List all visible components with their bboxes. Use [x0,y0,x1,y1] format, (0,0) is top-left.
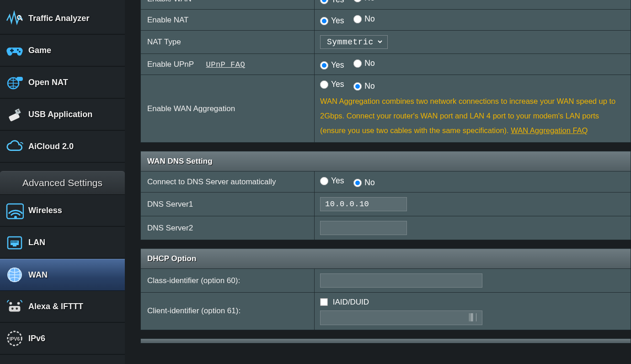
svg-point-19 [11,307,14,310]
label-dns1: DNS Server1 [141,193,315,216]
assistant-icon [5,297,24,316]
row-dns1: DNS Server1 [141,193,631,216]
section-dhcp-option: DHCP Option [141,249,631,269]
radio-enable-wan-no[interactable]: No [353,0,374,3]
radio-dns-auto-yes[interactable]: Yes [320,176,344,186]
sidebar-item-open-nat[interactable]: Open NAT [0,67,125,99]
analyzer-icon [5,9,24,27]
svg-point-17 [17,302,20,305]
sidebar-item-label: USB Application [28,110,92,119]
label-enable-nat: Enable NAT [141,10,315,31]
hint-wan-aggregation: WAN Aggregation combines two network con… [320,94,625,138]
link-wan-aggregation-faq[interactable]: WAN Aggregation FAQ [511,126,588,134]
sidebar-item-wireless[interactable]: Wireless [0,195,125,227]
radio-enable-nat-no[interactable]: No [353,14,374,24]
row-option61: Client-identifier (option 61): IAID/DUID… [141,293,631,330]
sidebar-item-lan[interactable]: LAN [0,227,125,259]
row-dns-auto: Connect to DNS Server automatically Yes … [141,171,631,193]
label-nat-type: NAT Type [141,31,315,54]
radio-wan-agg-no[interactable]: No [353,81,374,91]
label-wan-aggregation: Enable WAN Aggregation [141,75,315,143]
sidebar-item-game[interactable]: Game [0,35,125,67]
row-enable-upnp: Enable UPnP UPnP FAQ Yes No [141,54,631,75]
row-enable-nat: Enable NAT Yes No [141,10,631,31]
main-content: Enable WAN Yes No Enable NAT Yes No NAT … [125,0,631,364]
select-nat-type-value: Symmetric [327,37,374,47]
sidebar-item-label: Wireless [28,206,62,215]
radio-dns-auto-no[interactable]: No [353,178,374,187]
label-enable-upnp: Enable UPnP [147,60,194,69]
label-iaid-duid: IAID/DUID [333,298,369,306]
sidebar: Traffic Analyzer Game Open NAT USB Appli… [0,0,125,364]
radio-enable-wan-yes[interactable]: Yes [320,0,344,5]
label-option61: Client-identifier (option 61): [141,293,315,330]
svg-point-5 [19,51,21,53]
cloud-icon [5,137,24,155]
sidebar-item-aicloud[interactable]: AiCloud 2.0 [0,131,125,163]
section-next [141,338,631,343]
label-enable-wan: Enable WAN [141,0,315,10]
wan-settings-table: Enable WAN Yes No Enable NAT Yes No NAT … [140,0,631,143]
svg-point-4 [17,49,19,51]
sidebar-section-advanced: Advanced Settings [0,171,125,195]
section-wan-dns: WAN DNS Setting [141,151,631,171]
sidebar-item-label: Game [28,46,51,55]
barcode-icon: ║▌│ [468,313,477,321]
link-upnp-faq[interactable]: UPnP FAQ [206,60,246,69]
radio-enable-upnp-yes[interactable]: Yes [320,60,344,70]
lan-port-icon [5,233,24,252]
sidebar-item-label: AiCloud 2.0 [28,142,74,151]
dns-settings-table: WAN DNS Setting Connect to DNS Server au… [140,151,631,240]
svg-text:IPV6: IPV6 [10,337,20,342]
sidebar-item-label: Open NAT [28,78,68,87]
select-nat-type[interactable]: Symmetric [320,35,388,49]
sidebar-item-usb-application[interactable]: USB Application [0,99,125,131]
input-dns2[interactable] [320,221,407,235]
sidebar-item-traffic-analyzer[interactable]: Traffic Analyzer [0,3,125,35]
row-enable-wan-aggregation: Enable WAN Aggregation Yes No WAN Aggreg… [141,75,631,143]
svg-point-16 [10,302,12,305]
sidebar-item-alexa-ifttt[interactable]: Alexa & IFTTT [0,291,125,323]
row-dns2: DNS Server2 [141,216,631,240]
input-option61[interactable]: ║▌│ [320,310,482,325]
label-dns-auto: Connect to DNS Server automatically [141,171,315,193]
input-dns1[interactable] [320,197,407,211]
row-enable-wan: Enable WAN Yes No [141,0,631,10]
globe-icon [5,266,24,284]
chevron-down-icon [377,37,383,47]
label-option60: Class-identifier (option 60): [141,269,315,293]
label-dns2: DNS Server2 [141,216,315,240]
svg-rect-18 [9,306,21,311]
sidebar-item-label: WAN [28,270,48,280]
gamepad-icon [5,41,24,59]
radio-enable-upnp-no[interactable]: No [353,59,374,68]
wifi-icon [5,201,24,219]
svg-rect-3 [11,49,13,53]
row-nat-type: NAT Type Symmetric [141,31,631,54]
sidebar-item-label: Traffic Analyzer [28,14,89,23]
sidebar-item-label: IPv6 [28,334,45,343]
svg-rect-7 [16,77,23,81]
usb-icon [5,105,24,123]
checkbox-iaid-duid[interactable] [320,298,328,306]
dhcp-option-table: DHCP Option Class-identifier (option 60)… [140,248,631,330]
input-option60[interactable] [320,273,482,288]
globe-gamepad-icon [5,73,24,91]
sidebar-item-ipv6[interactable]: IPV6 IPv6 [0,323,125,355]
sidebar-item-label: LAN [28,238,45,247]
sidebar-item-wan[interactable]: WAN [0,259,125,291]
svg-point-20 [16,307,18,310]
radio-wan-agg-yes[interactable]: Yes [320,80,344,89]
radio-enable-nat-yes[interactable]: Yes [320,16,344,26]
ipv6-icon: IPV6 [5,329,24,348]
row-option60: Class-identifier (option 60): [141,269,631,293]
sidebar-item-label: Alexa & IFTTT [28,302,83,311]
